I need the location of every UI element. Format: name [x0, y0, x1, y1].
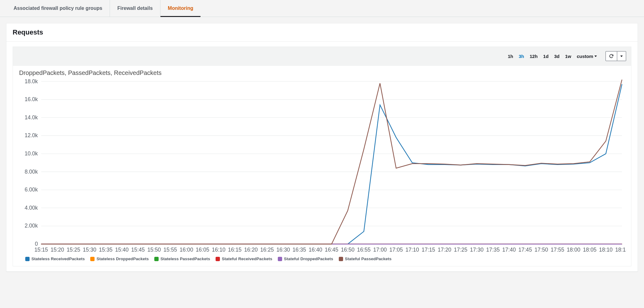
- svg-text:16:00: 16:00: [180, 247, 193, 253]
- svg-text:16:15: 16:15: [228, 247, 241, 253]
- legend-swatch: [278, 257, 282, 261]
- legend-item[interactable]: Stateless PassedPackets: [154, 257, 210, 261]
- range-12h[interactable]: 12h: [530, 54, 538, 59]
- range-1d[interactable]: 1d: [543, 54, 549, 59]
- svg-text:15:35: 15:35: [99, 247, 112, 253]
- svg-text:15:25: 15:25: [67, 247, 80, 253]
- caret-down-icon: [594, 55, 597, 57]
- legend-item[interactable]: Stateful ReceivedPackets: [216, 257, 272, 261]
- time-range-selector: 1h 3h 12h 1d 3d 1w custom: [508, 54, 597, 59]
- svg-text:18:10: 18:10: [599, 247, 613, 253]
- refresh-menu-button[interactable]: [617, 51, 626, 61]
- legend-swatch: [339, 257, 343, 261]
- legend-swatch: [216, 257, 220, 261]
- svg-text:17:40: 17:40: [502, 247, 516, 253]
- range-3h[interactable]: 3h: [519, 54, 524, 59]
- svg-text:6.00k: 6.00k: [25, 187, 38, 193]
- svg-text:15:20: 15:20: [51, 247, 64, 253]
- svg-text:8.00k: 8.00k: [25, 169, 38, 175]
- svg-text:17:20: 17:20: [438, 247, 451, 253]
- svg-text:17:45: 17:45: [518, 247, 532, 253]
- svg-text:17:15: 17:15: [422, 247, 435, 253]
- refresh-button-group: [606, 51, 626, 61]
- legend-label: Stateful PassedPackets: [345, 257, 392, 261]
- svg-text:16:55: 16:55: [357, 247, 371, 253]
- panel-header: Requests: [6, 23, 638, 42]
- chart-toolbar: 1h 3h 12h 1d 3d 1w custom: [13, 47, 631, 66]
- svg-text:18:05: 18:05: [583, 247, 597, 253]
- svg-text:16:05: 16:05: [196, 247, 209, 253]
- svg-text:16:20: 16:20: [244, 247, 258, 253]
- svg-text:15:40: 15:40: [115, 247, 129, 253]
- svg-text:16:45: 16:45: [325, 247, 338, 253]
- svg-text:18.0k: 18.0k: [25, 79, 38, 84]
- legend-label: Stateless DroppedPackets: [96, 257, 149, 261]
- svg-text:17:55: 17:55: [551, 247, 564, 253]
- svg-text:16:50: 16:50: [341, 247, 354, 253]
- range-custom-label: custom: [577, 54, 593, 59]
- svg-text:16:10: 16:10: [212, 247, 225, 253]
- svg-text:17:50: 17:50: [535, 247, 548, 253]
- svg-text:16:25: 16:25: [260, 247, 274, 253]
- legend-item[interactable]: Stateless DroppedPackets: [90, 257, 149, 261]
- svg-text:15:15: 15:15: [34, 247, 48, 253]
- svg-text:16.0k: 16.0k: [25, 96, 38, 102]
- range-3d[interactable]: 3d: [554, 54, 560, 59]
- svg-text:18:15: 18:15: [615, 247, 626, 253]
- legend-label: Stateful DroppedPackets: [284, 257, 333, 261]
- svg-text:16:30: 16:30: [276, 247, 290, 253]
- range-custom[interactable]: custom: [577, 54, 597, 59]
- tab-associated[interactable]: Associated firewall policy rule groups: [6, 0, 110, 17]
- svg-text:16:40: 16:40: [309, 247, 322, 253]
- svg-text:0: 0: [35, 241, 38, 247]
- svg-text:15:30: 15:30: [83, 247, 96, 253]
- svg-text:16:35: 16:35: [293, 247, 306, 253]
- svg-text:15:55: 15:55: [164, 247, 177, 253]
- requests-panel: Requests 1h 3h 12h 1d 3d 1w custom: [6, 23, 638, 272]
- svg-text:17:30: 17:30: [470, 247, 484, 253]
- refresh-button[interactable]: [606, 51, 617, 61]
- svg-text:18:00: 18:00: [567, 247, 580, 253]
- tab-monitoring[interactable]: Monitoring: [160, 0, 201, 17]
- page-title: Requests: [13, 28, 631, 36]
- refresh-icon: [609, 54, 614, 59]
- legend-swatch: [25, 257, 30, 261]
- svg-text:10.0k: 10.0k: [25, 150, 38, 157]
- line-chart: 02.00k4.00k6.00k8.00k10.0k12.0k14.0k16.0…: [18, 79, 626, 254]
- svg-text:12.0k: 12.0k: [25, 132, 38, 138]
- legend-label: Stateless PassedPackets: [160, 257, 210, 261]
- tab-firewall-details[interactable]: Firewall details: [110, 0, 160, 17]
- caret-down-icon: [620, 55, 623, 57]
- svg-text:17:35: 17:35: [486, 247, 500, 253]
- chart-legend: Stateless ReceivedPacketsStateless Dropp…: [13, 254, 631, 266]
- legend-item[interactable]: Stateful DroppedPackets: [278, 257, 333, 261]
- svg-text:2.00k: 2.00k: [25, 223, 38, 229]
- svg-text:17:25: 17:25: [454, 247, 468, 253]
- legend-swatch: [154, 257, 159, 261]
- range-1h[interactable]: 1h: [508, 54, 513, 59]
- svg-text:17:10: 17:10: [406, 247, 419, 253]
- chart-title: DroppedPackets, PassedPackets, ReceivedP…: [13, 66, 631, 78]
- chart-container: 1h 3h 12h 1d 3d 1w custom: [13, 47, 631, 266]
- svg-text:17:05: 17:05: [389, 247, 403, 253]
- svg-text:4.00k: 4.00k: [25, 205, 38, 211]
- legend-label: Stateful ReceivedPackets: [222, 257, 272, 261]
- tabs-bar: Associated firewall policy rule groups F…: [0, 0, 644, 17]
- legend-item[interactable]: Stateful PassedPackets: [339, 257, 392, 261]
- svg-text:15:45: 15:45: [131, 247, 145, 253]
- legend-swatch: [90, 257, 95, 261]
- svg-text:14.0k: 14.0k: [25, 114, 38, 121]
- legend-item[interactable]: Stateless ReceivedPackets: [25, 257, 85, 261]
- svg-text:15:50: 15:50: [147, 247, 161, 253]
- svg-text:17:00: 17:00: [373, 247, 387, 253]
- plot-area: 02.00k4.00k6.00k8.00k10.0k12.0k14.0k16.0…: [13, 78, 631, 254]
- legend-label: Stateless ReceivedPackets: [31, 257, 85, 261]
- range-1w[interactable]: 1w: [565, 54, 571, 59]
